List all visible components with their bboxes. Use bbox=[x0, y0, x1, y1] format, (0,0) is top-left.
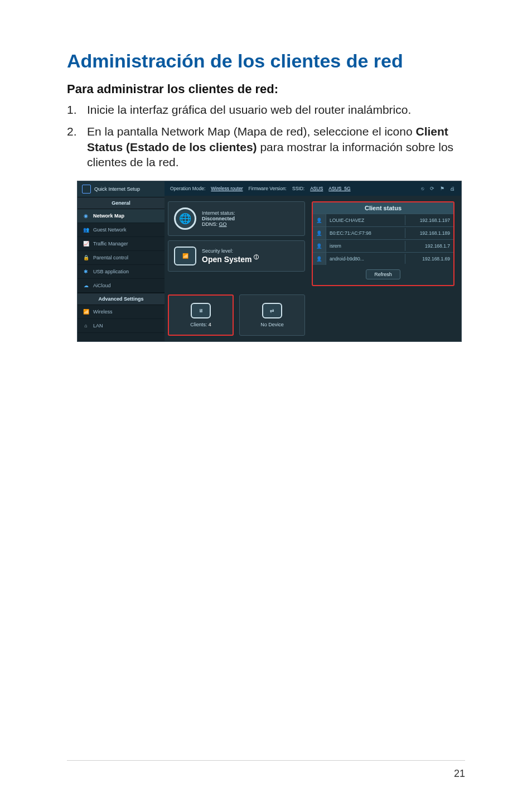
sidebar-item-traffic-manager[interactable]: 📈 Traffic Manager bbox=[78, 237, 165, 251]
client-ip: 192.168.1.197 bbox=[405, 215, 453, 225]
client-name: isrem bbox=[326, 241, 405, 251]
logout-icon[interactable]: ⎋ bbox=[419, 185, 425, 192]
globe-icon: 🌐 bbox=[174, 207, 196, 230]
ssid-label: SSID: bbox=[292, 186, 304, 191]
bottom-tiles: 🖥 Clients: 4 ⇄ No Device bbox=[168, 294, 305, 336]
language-icon[interactable]: ⚑ bbox=[439, 185, 446, 192]
traffic-manager-icon: 📈 bbox=[82, 240, 90, 248]
router-body: 🌐 Internet status: Disconnected DDNS: GO… bbox=[165, 196, 461, 341]
client-status-header: Client status bbox=[313, 202, 453, 214]
client-row[interactable]: 👤 B0:EC:71:AC:F7:98 192.168.1.189 bbox=[313, 226, 453, 239]
router-left-column: 🌐 Internet status: Disconnected DDNS: GO… bbox=[168, 201, 305, 336]
steps-list: Inicie la interfaz gráfica del usuario w… bbox=[67, 102, 465, 170]
router-right-column: Client status 👤 LOUIE-CHAVEZ 192.168.1.1… bbox=[312, 201, 454, 336]
client-name: B0:EC:71:AC:F7:98 bbox=[326, 228, 405, 238]
monitor-icon: 🖥 bbox=[191, 303, 211, 318]
step-1: Inicie la interfaz gráfica del usuario w… bbox=[67, 102, 465, 117]
guest-network-icon: 👥 bbox=[82, 226, 90, 234]
usb-tile-icon: ⇄ bbox=[262, 303, 282, 318]
sidebar-item-label: USB application bbox=[93, 269, 129, 274]
sidebar-item-label: LAN bbox=[93, 323, 103, 328]
sidebar-item-label: Parental control bbox=[93, 255, 128, 260]
ddns-label: DDNS: bbox=[202, 221, 217, 227]
ssid-2[interactable]: ASUS_5G bbox=[328, 186, 350, 191]
sidebar-general-header: General bbox=[78, 197, 165, 209]
client-icon: 👤 bbox=[313, 240, 326, 252]
client-row[interactable]: 👤 LOUIE-CHAVEZ 192.168.1.197 bbox=[313, 214, 453, 226]
router-sidebar: Quick Internet Setup General ◉ Network M… bbox=[78, 181, 165, 341]
wireless-icon: 📶 bbox=[82, 308, 90, 316]
sidebar-item-usb-application[interactable]: ✱ USB application bbox=[78, 265, 165, 279]
step-2: En la pantalla Network Map (Mapa de red)… bbox=[67, 124, 465, 170]
client-ip: 192.168.1.7 bbox=[405, 241, 453, 251]
reboot-icon[interactable]: ⟳ bbox=[429, 185, 436, 192]
internet-status-label: Internet status: bbox=[202, 210, 235, 216]
op-mode-label: Operation Mode: bbox=[170, 186, 205, 191]
topbar-icons: ⎋ ⟳ ⚑ 🖨 bbox=[419, 185, 456, 192]
client-ip: 192.168.1.189 bbox=[405, 228, 453, 238]
client-icon: 👤 bbox=[313, 214, 326, 226]
clients-tile[interactable]: 🖥 Clients: 4 bbox=[168, 294, 234, 336]
sidebar-item-label: AiCloud bbox=[93, 283, 111, 288]
lan-icon: ⌂ bbox=[82, 322, 90, 330]
ssid-1[interactable]: ASUS bbox=[310, 186, 323, 191]
cloud-icon: ☁ bbox=[82, 282, 90, 289]
sidebar-item-parental-control[interactable]: 🔒 Parental control bbox=[78, 251, 165, 265]
usb-icon: ✱ bbox=[82, 268, 90, 276]
sidebar-advanced-header: Advanced Settings bbox=[78, 293, 165, 305]
step-2-text-a: En la pantalla Network Map (Mapa de red)… bbox=[87, 125, 415, 138]
qis-icon bbox=[82, 185, 91, 194]
security-value: Open System ⓘ bbox=[202, 254, 259, 264]
fw-label: Firmware Version: bbox=[248, 186, 287, 191]
sidebar-item-label: Wireless bbox=[93, 309, 113, 315]
client-row[interactable]: 👤 android-b9d80... 192.168.1.69 bbox=[313, 252, 453, 265]
clients-count: 4 bbox=[209, 322, 211, 327]
network-map-icon: ◉ bbox=[82, 212, 90, 220]
usb-tile-label: No Device bbox=[260, 322, 284, 327]
sidebar-item-wireless[interactable]: 📶 Wireless bbox=[78, 305, 165, 319]
usb-tile[interactable]: ⇄ No Device bbox=[239, 294, 305, 336]
client-icon: 👤 bbox=[313, 227, 326, 239]
printer-icon[interactable]: 🖨 bbox=[449, 185, 456, 192]
qis-label: Quick Internet Setup bbox=[94, 186, 140, 192]
internet-status-value: Disconnected bbox=[202, 216, 235, 221]
op-mode-value[interactable]: Wireless router bbox=[211, 186, 243, 191]
router-icon: 📶 bbox=[174, 247, 196, 265]
sidebar-item-aicloud[interactable]: ☁ AiCloud bbox=[78, 279, 165, 293]
sidebar-item-network-map[interactable]: ◉ Network Map bbox=[78, 209, 165, 223]
client-icon: 👤 bbox=[313, 253, 326, 265]
internet-status-card[interactable]: 🌐 Internet status: Disconnected DDNS: GO bbox=[168, 201, 305, 236]
client-name: LOUIE-CHAVEZ bbox=[326, 215, 405, 225]
clients-label: Clients: bbox=[190, 322, 207, 327]
refresh-button[interactable]: Refresh bbox=[366, 269, 400, 279]
client-status-panel: Client status 👤 LOUIE-CHAVEZ 192.168.1.1… bbox=[312, 201, 454, 286]
router-topbar: Operation Mode: Wireless router Firmware… bbox=[165, 181, 461, 196]
security-card[interactable]: 📶 Security level: Open System ⓘ bbox=[168, 240, 305, 272]
page-subtitle: Para administrar los clientes de red: bbox=[67, 82, 465, 96]
client-row[interactable]: 👤 isrem 192.168.1.7 bbox=[313, 239, 453, 252]
page-title: Administración de los clientes de red bbox=[67, 50, 465, 72]
qis-button[interactable]: Quick Internet Setup bbox=[78, 181, 165, 197]
client-ip: 192.168.1.69 bbox=[405, 254, 453, 264]
router-screenshot: Quick Internet Setup General ◉ Network M… bbox=[77, 181, 462, 342]
sidebar-item-label: Guest Network bbox=[93, 227, 127, 233]
sidebar-item-label: Network Map bbox=[93, 213, 124, 219]
sidebar-item-guest-network[interactable]: 👥 Guest Network bbox=[78, 223, 165, 237]
router-main: Operation Mode: Wireless router Firmware… bbox=[165, 181, 461, 341]
security-label: Security level: bbox=[202, 248, 259, 254]
sidebar-item-lan[interactable]: ⌂ LAN bbox=[78, 319, 165, 333]
ddns-go-link[interactable]: GO bbox=[219, 221, 227, 227]
client-name: android-b9d80... bbox=[326, 254, 405, 264]
page-number: 21 bbox=[454, 768, 465, 780]
lock-icon: 🔒 bbox=[82, 254, 90, 262]
sidebar-item-label: Traffic Manager bbox=[93, 241, 128, 247]
